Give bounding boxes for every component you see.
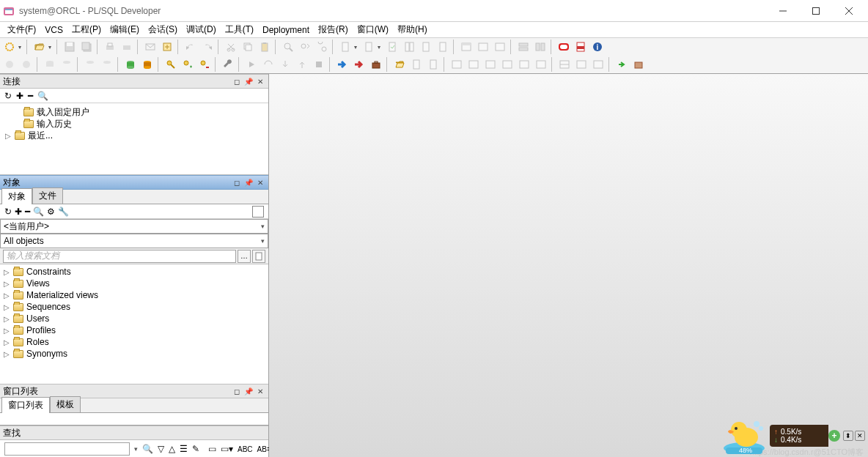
doc-icon[interactable]: ▭ <box>208 444 216 454</box>
win-e-icon[interactable] <box>516 56 532 73</box>
db2-icon[interactable] <box>59 56 75 73</box>
arrow-green-icon[interactable] <box>614 56 630 73</box>
search-list-icon[interactable]: ☰ <box>180 444 188 454</box>
box-brown-icon[interactable] <box>630 56 647 73</box>
tree-item[interactable]: ▷Users <box>3 313 265 324</box>
win-d-icon[interactable] <box>499 56 515 73</box>
search-options-button[interactable]: … <box>238 250 251 263</box>
panel-close-icon[interactable]: ✕ <box>255 76 265 86</box>
doc-diff-icon[interactable] <box>401 39 417 55</box>
panel-pin-icon[interactable]: 📌 <box>243 76 254 86</box>
panel-restore-icon[interactable]: ◻ <box>232 177 242 187</box>
tab-windowlist[interactable]: 窗口列表 <box>1 397 50 413</box>
tree-item[interactable]: ▷Roles <box>3 336 265 348</box>
grid2-icon[interactable] <box>573 56 589 73</box>
new-button[interactable] <box>1 39 18 55</box>
tree-item[interactable]: ▷Synonyms <box>3 348 265 360</box>
window-list-header[interactable]: 窗口列表 ◻ 📌 ✕ <box>0 384 268 398</box>
close-button[interactable] <box>832 0 865 22</box>
search-dropdown-icon[interactable]: ▾ <box>134 445 138 453</box>
win-a-icon[interactable] <box>449 56 465 73</box>
db-green-icon[interactable] <box>122 56 139 73</box>
doc1-icon[interactable] <box>337 39 353 55</box>
menu-edit[interactable]: 编辑(E) <box>106 22 144 37</box>
win-b-icon[interactable] <box>466 56 482 73</box>
doc-refresh-icon[interactable] <box>418 39 434 55</box>
open-button[interactable] <box>32 39 48 55</box>
db1-icon[interactable] <box>42 56 58 73</box>
menu-deployment[interactable]: Deployment <box>258 23 314 37</box>
save-button[interactable] <box>62 39 78 55</box>
objects-tree[interactable]: ▷Constraints ▷Views ▷Materialized views … <box>0 264 268 384</box>
win-f-icon[interactable] <box>533 56 549 73</box>
search-doc-button[interactable] <box>252 250 265 263</box>
remove-icon[interactable]: ━ <box>28 91 33 101</box>
tool1-icon[interactable]: ⚙ <box>47 207 55 217</box>
tab-files[interactable]: 文件 <box>32 187 63 204</box>
mode-toggle[interactable] <box>252 206 264 218</box>
menu-project[interactable]: 工程(P) <box>67 22 106 37</box>
menu-report[interactable]: 报告(R) <box>314 22 353 37</box>
tree-item[interactable]: ▷Sequences <box>3 301 265 313</box>
db-orange-icon[interactable] <box>139 56 155 73</box>
menu-tools[interactable]: 工具(T) <box>221 22 258 37</box>
doc2-icon[interactable] <box>361 39 377 55</box>
widget-pin-button[interactable]: ⬍ <box>843 431 853 441</box>
tree-item[interactable]: ▷Views <box>3 278 265 289</box>
tab-objects[interactable]: 对象 <box>1 188 32 204</box>
replace-button[interactable] <box>314 39 330 55</box>
panel-pin-icon[interactable]: 📌 <box>243 386 254 396</box>
tree-item[interactable]: ▷Profiles <box>3 324 265 336</box>
search-input[interactable] <box>4 442 130 456</box>
tile-h-icon[interactable] <box>515 39 532 55</box>
step-over-icon[interactable] <box>260 56 276 73</box>
briefcase-icon[interactable] <box>368 56 384 73</box>
find-next-button[interactable] <box>297 39 313 55</box>
panel-close-icon[interactable]: ✕ <box>255 386 265 396</box>
panel-restore-icon[interactable]: ◻ <box>232 76 242 86</box>
win1-icon[interactable] <box>458 39 474 55</box>
refresh-icon[interactable]: ↻ <box>4 91 12 101</box>
binoculars-icon[interactable]: 🔍 <box>33 207 44 217</box>
email-button[interactable] <box>142 39 158 55</box>
maximize-button[interactable] <box>799 0 832 22</box>
doc-check-icon[interactable] <box>384 39 400 55</box>
step-out-icon[interactable] <box>294 56 310 73</box>
paste-button[interactable] <box>257 39 273 55</box>
grid3-icon[interactable] <box>590 56 606 73</box>
win-c-icon[interactable] <box>482 56 499 73</box>
add-icon[interactable]: ✚ <box>16 91 23 101</box>
redo-button[interactable] <box>199 39 216 55</box>
search-up-icon[interactable]: △ <box>169 444 175 454</box>
grid1-icon[interactable] <box>556 56 573 73</box>
wrench-icon[interactable] <box>220 56 236 73</box>
widget-expand-button[interactable]: + <box>828 430 840 442</box>
menu-help[interactable]: 帮助(H) <box>393 22 432 37</box>
undo-button[interactable] <box>183 39 199 55</box>
gear2-icon[interactable] <box>18 56 34 73</box>
step-into-icon[interactable] <box>277 56 293 73</box>
search-down-icon[interactable]: ▽ <box>158 444 164 454</box>
minimize-button[interactable] <box>766 0 799 22</box>
binoculars-icon[interactable]: 🔍 <box>142 444 153 454</box>
menu-session[interactable]: 会话(S) <box>144 22 182 37</box>
db3-icon[interactable] <box>82 56 98 73</box>
key-add-icon[interactable] <box>180 56 196 73</box>
filter-dropdown[interactable]: All objects▾ <box>0 234 268 248</box>
abc-button[interactable]: ABC <box>238 445 253 453</box>
menu-debug[interactable]: 调试(D) <box>182 22 221 37</box>
cut-button[interactable] <box>223 39 239 55</box>
print-button[interactable] <box>102 39 118 55</box>
tree-item[interactable]: ▷最近... <box>4 130 264 141</box>
pdf-icon[interactable] <box>573 39 589 55</box>
panel-close-icon[interactable]: ✕ <box>255 177 265 187</box>
db4-icon[interactable] <box>99 56 115 73</box>
folder-icon[interactable]: 🔍 <box>37 91 48 101</box>
key-remove-icon[interactable] <box>196 56 213 73</box>
print-setup-button[interactable] <box>119 39 135 55</box>
gear1-icon[interactable] <box>1 56 18 73</box>
key-icon[interactable] <box>163 56 179 73</box>
tree-item[interactable]: ▷Constraints <box>3 266 265 278</box>
export-button[interactable] <box>159 39 175 55</box>
menu-window[interactable]: 窗口(W) <box>353 22 393 37</box>
